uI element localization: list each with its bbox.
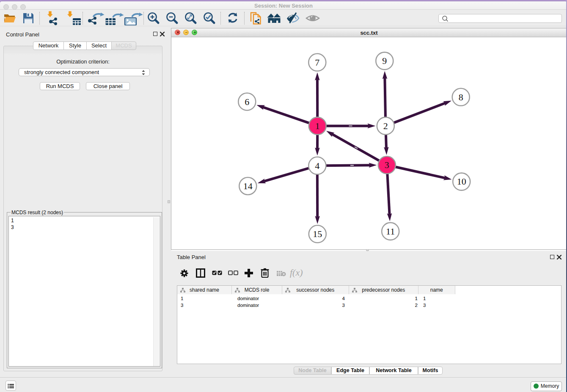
svg-text:8: 8 [459,92,463,102]
svg-text:3: 3 [385,160,389,170]
svg-text:1: 1 [315,121,320,131]
svg-text:10: 10 [457,176,466,187]
svg-text:11: 11 [386,226,395,237]
svg-text:7: 7 [315,57,319,68]
svg-text:14: 14 [243,181,253,191]
svg-text:6: 6 [245,97,249,107]
svg-text:9: 9 [382,55,387,66]
svg-text:2: 2 [383,121,388,131]
svg-text:4: 4 [315,160,319,171]
svg-text:15: 15 [313,229,322,239]
